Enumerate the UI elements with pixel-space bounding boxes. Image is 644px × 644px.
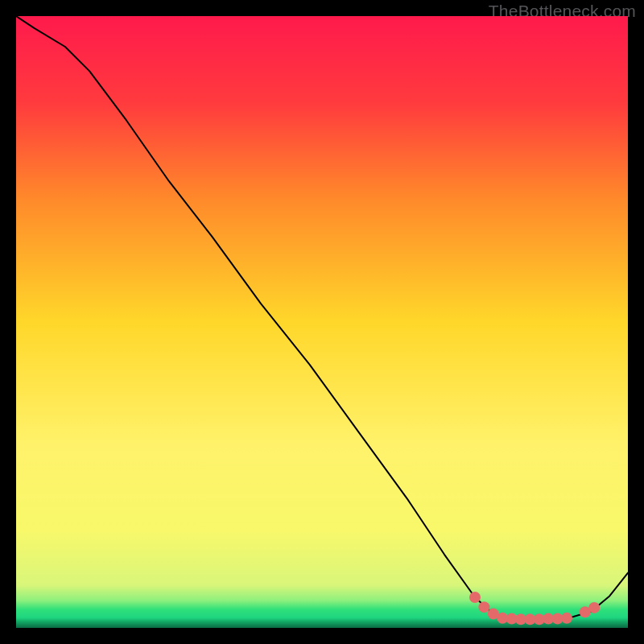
svg-point-13: [588, 602, 600, 613]
svg-point-11: [561, 613, 572, 624]
svg-rect-0: [16, 16, 628, 628]
svg-point-1: [469, 592, 481, 603]
chart-plot: [16, 16, 628, 628]
svg-point-2: [478, 601, 489, 613]
chart-stage: TheBottleneck.com: [0, 0, 644, 644]
chart-svg: [16, 16, 628, 628]
